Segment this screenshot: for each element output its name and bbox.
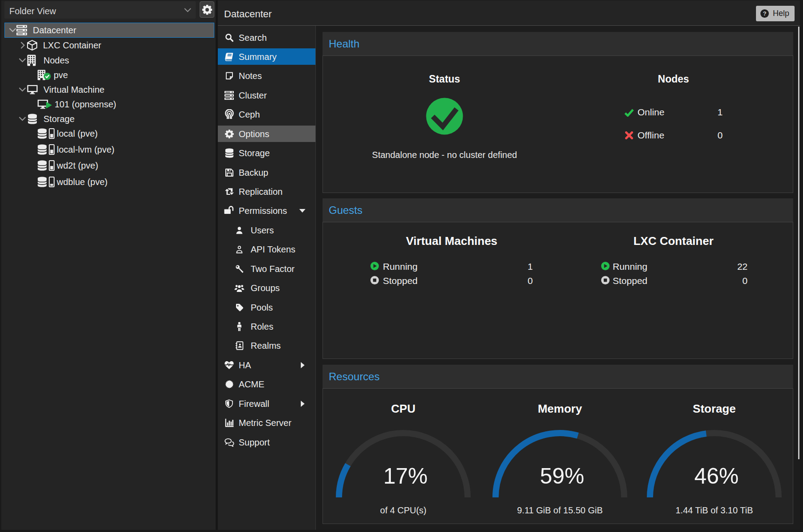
svg-text:?: ? xyxy=(763,10,766,17)
